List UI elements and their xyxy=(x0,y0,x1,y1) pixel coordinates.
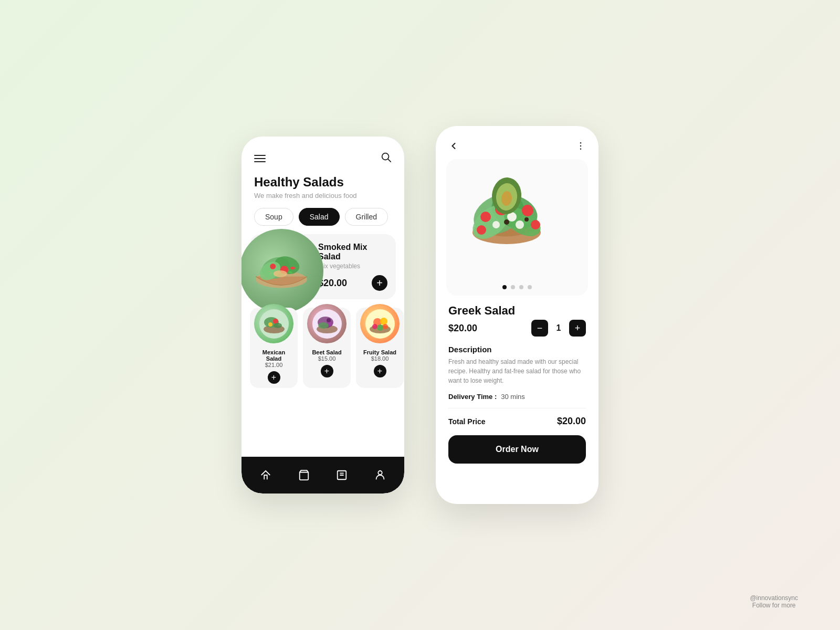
detail-image-area xyxy=(446,159,588,296)
svg-point-27 xyxy=(383,324,388,329)
home-nav-icon[interactable] xyxy=(256,465,276,485)
svg-point-44 xyxy=(531,220,540,229)
detail-header xyxy=(436,126,598,159)
phone-list-screen: Healthy Salads We make fresh and delicio… xyxy=(242,136,404,494)
featured-add-button[interactable]: + xyxy=(372,275,387,291)
featured-item-desc: Mix vegetables xyxy=(318,262,387,270)
phone-detail-screen: Greek Salad $20.00 − 1 + Description Fre… xyxy=(436,126,598,504)
svg-point-43 xyxy=(522,205,533,216)
svg-point-42 xyxy=(480,212,491,222)
dot-1 xyxy=(502,285,507,289)
svg-point-13 xyxy=(268,322,272,327)
svg-point-24 xyxy=(380,318,387,325)
beet-salad-image xyxy=(307,304,346,343)
total-price-value: $20.00 xyxy=(557,416,586,427)
svg-point-26 xyxy=(372,324,377,329)
watermark-line2: Follow for more xyxy=(750,602,798,609)
svg-point-33 xyxy=(580,142,582,144)
more-options-button[interactable] xyxy=(575,141,586,154)
small-add-button-0[interactable]: + xyxy=(268,371,280,384)
description-text: Fresh and healthy salad made with our sp… xyxy=(448,357,586,385)
small-item-name: Fruity Salad xyxy=(363,349,396,355)
small-add-button-2[interactable]: + xyxy=(374,365,386,377)
delivery-row: Delivery Time : 30 mins xyxy=(448,393,586,408)
tab-grilled[interactable]: Grilled xyxy=(345,208,388,226)
quantity-control: − 1 + xyxy=(531,320,586,337)
bookmarks-nav-icon[interactable] xyxy=(332,465,352,485)
list-item: Mexican Salad $21.00 + xyxy=(250,308,298,388)
decrease-qty-button[interactable]: − xyxy=(531,320,548,337)
image-indicator xyxy=(502,285,532,289)
svg-point-45 xyxy=(477,225,486,235)
back-button[interactable] xyxy=(448,141,459,154)
dot-3 xyxy=(519,285,523,289)
order-now-button[interactable]: Order Now xyxy=(448,435,586,464)
svg-point-25 xyxy=(377,324,383,331)
watermark-line1: @innovationsync xyxy=(750,594,798,602)
svg-point-34 xyxy=(580,145,582,147)
bottom-navigation xyxy=(242,457,404,494)
svg-point-19 xyxy=(318,322,329,329)
delivery-label: Delivery Time : xyxy=(448,393,497,401)
svg-point-50 xyxy=(524,217,529,222)
featured-food-image xyxy=(242,229,323,313)
featured-item-name: Smoked Mix Salad xyxy=(318,243,387,261)
mexican-salad-image xyxy=(254,304,293,343)
small-add-button-1[interactable]: + xyxy=(321,365,333,377)
delivery-time: 30 mins xyxy=(501,393,525,401)
total-row: Total Price $20.00 xyxy=(448,416,586,427)
dot-4 xyxy=(528,285,532,289)
fruity-salad-image xyxy=(360,304,400,343)
list-item: Beet Salad $15.00 + xyxy=(303,308,351,388)
featured-card: Smoked Mix Salad Mix vegetables $20.00 + xyxy=(250,234,396,299)
detail-item-name: Greek Salad xyxy=(448,304,586,318)
small-item-name: Beet Salad xyxy=(312,349,341,355)
small-item-price: $18.00 xyxy=(371,355,389,362)
list-item: Fruity Salad $18.00 + xyxy=(356,308,404,388)
description-title: Description xyxy=(448,345,586,354)
small-item-price: $15.00 xyxy=(318,355,336,362)
svg-point-49 xyxy=(504,219,509,225)
detail-price-row: $20.00 − 1 + xyxy=(448,320,586,337)
svg-point-7 xyxy=(270,264,276,269)
featured-price-row: $20.00 + xyxy=(318,275,387,291)
quantity-value: 1 xyxy=(553,323,564,333)
menu-icon[interactable] xyxy=(254,155,266,162)
search-button[interactable] xyxy=(380,151,392,165)
total-price-label: Total Price xyxy=(448,417,486,426)
category-tabs: Soup Salad Grilled xyxy=(242,208,404,234)
svg-point-48 xyxy=(492,221,500,228)
svg-point-35 xyxy=(580,149,582,150)
watermark: @innovationsync Follow for more xyxy=(750,594,798,609)
page-title: Healthy Salads xyxy=(254,175,392,190)
title-section: Healthy Salads We make fresh and delicio… xyxy=(242,171,404,208)
small-item-name: Mexican Salad xyxy=(254,349,293,362)
svg-point-8 xyxy=(274,270,287,277)
greek-salad-image xyxy=(454,164,580,290)
cart-nav-icon[interactable] xyxy=(294,465,314,485)
profile-nav-icon[interactable] xyxy=(370,465,390,485)
small-cards-row: Mexican Salad $21.00 + Beet Salad $ xyxy=(242,308,404,388)
svg-point-32 xyxy=(378,471,382,475)
detail-item-price: $20.00 xyxy=(448,323,477,334)
list-header xyxy=(242,136,404,171)
svg-line-1 xyxy=(388,159,391,162)
dot-2 xyxy=(511,285,515,289)
small-item-price: $21.00 xyxy=(265,362,283,368)
svg-point-20 xyxy=(327,318,331,322)
tab-salad[interactable]: Salad xyxy=(299,208,340,226)
page-subtitle: We make fresh and delicious food xyxy=(254,192,392,200)
tab-soup[interactable]: Soup xyxy=(254,208,293,226)
svg-point-47 xyxy=(516,220,524,229)
increase-qty-button[interactable]: + xyxy=(569,320,586,337)
svg-point-14 xyxy=(274,323,282,328)
detail-content: Greek Salad $20.00 − 1 + Description Fre… xyxy=(436,304,598,464)
